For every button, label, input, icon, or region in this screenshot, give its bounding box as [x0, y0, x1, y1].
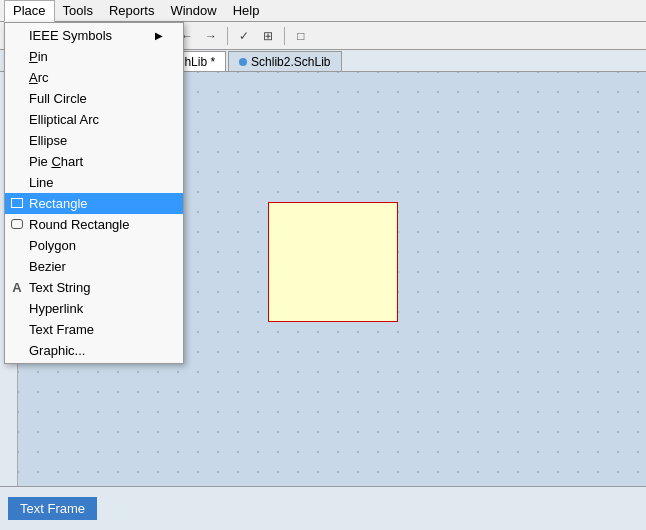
- menu-item-bezier[interactable]: Bezier: [5, 256, 183, 277]
- tab-schlib2-label: Schlib2.SchLib: [251, 55, 330, 69]
- menu-item-elliptical-arc[interactable]: Elliptical Arc: [5, 109, 183, 130]
- menu-item-ellipse[interactable]: Ellipse: [5, 130, 183, 151]
- menu-item-graphic[interactable]: Graphic...: [5, 340, 183, 361]
- tab-schlib2[interactable]: Schlib2.SchLib: [228, 51, 341, 71]
- tab-schlib2-dot: [239, 58, 247, 66]
- submenu-arrow-icon: ▶: [155, 30, 163, 41]
- menu-item-line[interactable]: Line: [5, 172, 183, 193]
- canvas-rectangle: [268, 202, 398, 322]
- menu-item-text-string[interactable]: A Text String: [5, 277, 183, 298]
- menubar: Place IEEE Symbols ▶ Pin Arc Full Circle…: [0, 0, 646, 22]
- toolbar-sep-4: [284, 27, 285, 45]
- place-dropdown: IEEE Symbols ▶ Pin Arc Full Circle Ellip…: [4, 22, 184, 364]
- toolbar-sep-3: [227, 27, 228, 45]
- toolbar-right-btn[interactable]: →: [200, 25, 222, 47]
- bottom-bar: Text Frame: [0, 486, 646, 530]
- menu-item-text-frame[interactable]: Text Frame: [5, 319, 183, 340]
- menu-reports[interactable]: Reports: [101, 1, 163, 20]
- menu-window[interactable]: Window: [162, 1, 224, 20]
- text-frame-label: Text Frame: [8, 497, 97, 520]
- menu-item-ieee-symbols[interactable]: IEEE Symbols ▶: [5, 25, 183, 46]
- menu-tools[interactable]: Tools: [55, 1, 101, 20]
- rectangle-icon: [9, 195, 25, 211]
- menu-place[interactable]: Place: [4, 0, 55, 22]
- menu-item-polygon[interactable]: Polygon: [5, 235, 183, 256]
- menu-item-round-rectangle[interactable]: Round Rectangle: [5, 214, 183, 235]
- menu-help[interactable]: Help: [225, 1, 268, 20]
- menu-item-pin[interactable]: Pin: [5, 46, 183, 67]
- place-menu-container: Place IEEE Symbols ▶ Pin Arc Full Circle…: [4, 0, 55, 22]
- text-string-icon: A: [9, 279, 25, 295]
- toolbar-check-btn[interactable]: ✓: [233, 25, 255, 47]
- toolbar-square-btn[interactable]: □: [290, 25, 312, 47]
- menu-item-full-circle[interactable]: Full Circle: [5, 88, 183, 109]
- round-rect-icon: [9, 216, 25, 232]
- menu-item-arc[interactable]: Arc: [5, 67, 183, 88]
- menu-item-rectangle[interactable]: Rectangle: [5, 193, 183, 214]
- menu-item-pie-chart[interactable]: Pie Chart: [5, 151, 183, 172]
- toolbar-grid-btn[interactable]: ⊞: [257, 25, 279, 47]
- menu-item-hyperlink[interactable]: Hyperlink: [5, 298, 183, 319]
